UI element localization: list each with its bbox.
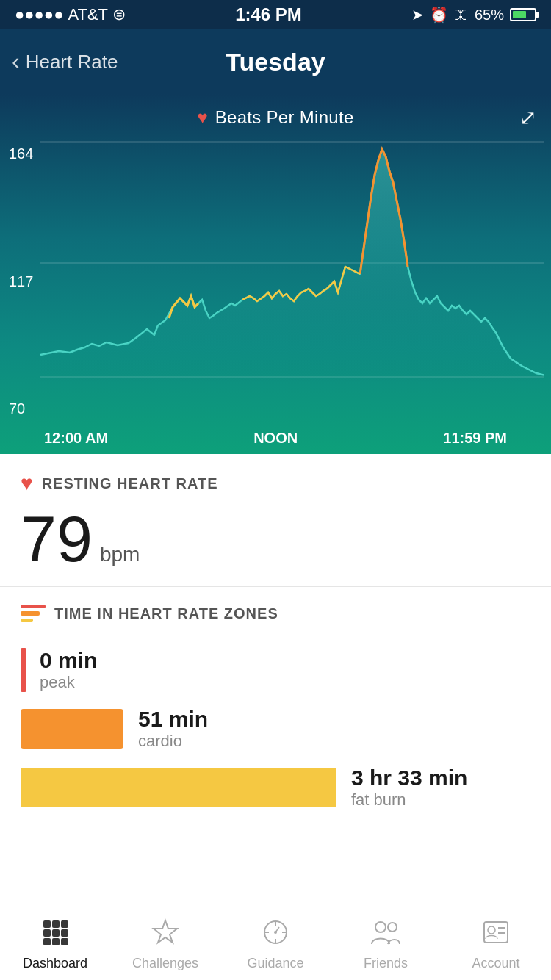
zones-icon <box>21 605 46 622</box>
back-button[interactable]: ‹ Heart Rate <box>12 51 118 73</box>
bpm-unit: bpm <box>100 543 140 566</box>
svg-point-24 <box>488 926 495 934</box>
dashboard-icon <box>41 918 69 953</box>
nav-item-dashboard[interactable]: Dashboard <box>0 909 110 980</box>
status-bar: ●●●●● AT&T ⊜ 1:46 PM ➤ ⏰ ⯰ 65% <box>0 0 551 29</box>
svg-point-22 <box>388 923 397 932</box>
zones-icon-bar-3 <box>21 619 33 622</box>
cardio-zone-bar <box>21 709 123 749</box>
challenges-label: Challenges <box>132 956 198 971</box>
resting-header: ♥ RESTING HEART RATE <box>21 472 530 495</box>
svg-rect-12 <box>61 938 68 945</box>
nav-item-challenges[interactable]: Challenges <box>110 909 220 980</box>
guidance-icon <box>262 918 289 953</box>
bluetooth-icon: ⯰ <box>454 7 469 24</box>
svg-point-21 <box>375 922 386 932</box>
bpm-value: 79 <box>21 507 93 572</box>
nav-item-account[interactable]: Account <box>441 909 551 980</box>
svg-line-20 <box>276 927 279 932</box>
svg-rect-7 <box>43 929 51 937</box>
cardio-zone: 51 min cardio <box>21 707 530 751</box>
zones-icon-bar-2 <box>21 611 40 615</box>
legend-label: Beats Per Minute <box>215 107 354 128</box>
account-label: Account <box>472 956 519 971</box>
heart-rate-chart-section: ♥ Beats Per Minute ⤢ 164 117 70 <box>0 94 551 454</box>
svg-rect-5 <box>52 920 60 928</box>
alarm-icon: ⏰ <box>430 6 448 24</box>
heart-rate-zones-section: TIME IN HEART RATE ZONES 0 min peak 51 m… <box>0 587 551 839</box>
battery-icon <box>510 8 536 21</box>
heart-icon: ♥ <box>197 107 207 128</box>
peak-zone: 0 min peak <box>21 648 530 692</box>
svg-rect-6 <box>61 920 68 928</box>
guidance-label: Guidance <box>247 956 303 971</box>
svg-rect-8 <box>52 929 60 937</box>
svg-rect-11 <box>52 938 60 945</box>
friends-label: Friends <box>364 956 408 971</box>
content-area: ♥ RESTING HEART RATE 79 bpm TIME IN HEAR… <box>0 454 551 910</box>
svg-rect-9 <box>61 929 68 937</box>
expand-button[interactable]: ⤢ <box>519 106 536 130</box>
fatburn-zone-row: 3 hr 33 min fat burn <box>21 765 530 810</box>
fatburn-zone-info: 3 hr 33 min fat burn <box>351 765 467 810</box>
cardio-zone-row: 51 min cardio <box>21 707 530 751</box>
peak-zone-bar <box>21 648 26 692</box>
fatburn-zone: 3 hr 33 min fat burn <box>21 765 530 810</box>
chart-legend: ♥ Beats Per Minute <box>0 94 551 135</box>
x-label-mid: NOON <box>253 430 298 447</box>
nav-header: ‹ Heart Rate Tuesday <box>0 29 551 94</box>
nav-item-guidance[interactable]: Guidance <box>220 909 331 980</box>
chart-canvas <box>0 138 551 417</box>
status-left: ●●●●● AT&T ⊜ <box>15 5 126 24</box>
location-icon: ➤ <box>411 6 424 24</box>
bottom-nav: Dashboard Challenges Guidance <box>0 909 551 980</box>
peak-zone-time: 0 min <box>40 648 97 673</box>
status-time: 1:46 PM <box>235 4 302 25</box>
peak-zone-info: 0 min peak <box>40 648 97 692</box>
status-right: ➤ ⏰ ⯰ 65% <box>411 6 536 24</box>
signal-dots: ●●●●● <box>15 5 63 24</box>
cardio-zone-time: 51 min <box>138 707 208 732</box>
zones-title: TIME IN HEART RATE ZONES <box>54 605 278 622</box>
cardio-zone-name: cardio <box>138 732 208 751</box>
battery-percent: 65% <box>475 7 504 24</box>
zones-icon-bar-1 <box>21 605 46 608</box>
svg-marker-13 <box>154 920 177 943</box>
fatburn-zone-time: 3 hr 33 min <box>351 765 467 790</box>
fatburn-zone-name: fat burn <box>351 790 467 810</box>
resting-heart-rate-section: ♥ RESTING HEART RATE 79 bpm <box>0 454 551 587</box>
resting-title: RESTING HEART RATE <box>42 475 218 492</box>
peak-zone-name: peak <box>40 673 97 692</box>
bpm-display: 79 bpm <box>21 507 530 572</box>
friends-icon <box>370 918 401 953</box>
x-axis-labels: 12:00 AM NOON 11:59 PM <box>0 430 551 447</box>
page-title: Tuesday <box>226 48 325 76</box>
back-chevron-icon: ‹ <box>12 49 20 73</box>
wifi-icon: ⊜ <box>112 5 126 24</box>
x-label-start: 12:00 AM <box>44 430 108 447</box>
dashboard-label: Dashboard <box>23 956 87 971</box>
nav-item-friends[interactable]: Friends <box>331 909 441 980</box>
carrier-label: AT&T <box>68 5 108 24</box>
zones-header: TIME IN HEART RATE ZONES <box>21 605 530 633</box>
back-label: Heart Rate <box>26 51 118 73</box>
svg-rect-10 <box>43 938 51 945</box>
challenges-icon <box>151 918 179 953</box>
cardio-zone-info: 51 min cardio <box>138 707 208 751</box>
account-icon <box>482 918 510 953</box>
fatburn-zone-bar <box>21 768 336 807</box>
resting-heart-icon: ♥ <box>21 472 33 495</box>
svg-rect-4 <box>43 920 51 928</box>
x-label-end: 11:59 PM <box>443 430 507 447</box>
